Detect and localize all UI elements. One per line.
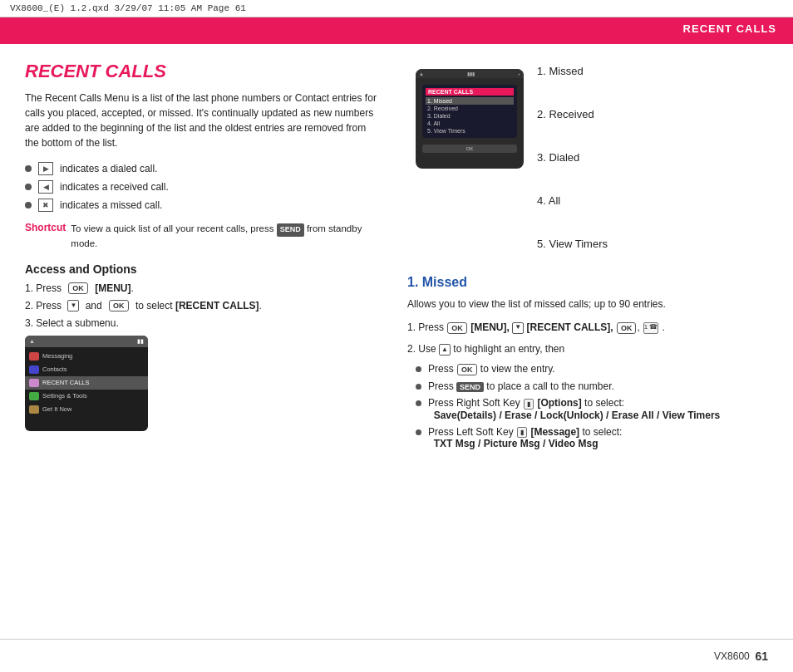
dialed-icon: ▶ [38, 162, 53, 175]
bullet-received: ◀ indicates a received call. [25, 180, 382, 194]
phone-screen: RECENT CALLS 1. Missed 2. Received 3. Di… [422, 85, 517, 138]
bullet-dot-r2 [416, 384, 421, 390]
menu-screen-content: Messaging Contacts RECENT CALLS Settings… [25, 347, 148, 419]
top-bar: VX8600_(E) 1.2.qxd 3/29/07 11:05 AM Page… [0, 0, 793, 17]
footer: VX8600 61 [0, 639, 793, 672]
menu-row-contacts: Contacts [25, 363, 148, 376]
menu-row-getitnow: Get It Now [25, 403, 148, 416]
list-item-5: 5. View Timers [537, 233, 608, 255]
access-title: Access and Options [25, 262, 382, 276]
sub-bullet-1: Press OK to view the entry. [407, 363, 756, 375]
ok-key-r2: OK [617, 322, 637, 334]
send-key-b2: SEND [456, 382, 484, 392]
missed-icon: ✖ [38, 199, 53, 212]
step-2: 2. Press ▼ and OK to select [RECENT CALL… [25, 300, 382, 311]
sub-bullet-3: Press Right Soft Key ▮ [Options] to sele… [407, 397, 756, 420]
menu-row-messaging: Messaging [25, 350, 148, 363]
phone-and-list: ▲ ▮▮▮ + RECENT CALLS 1. Missed 2. Receiv… [407, 61, 756, 267]
phone-image: ▲ ▮▮▮ + RECENT CALLS 1. Missed 2. Receiv… [416, 69, 524, 169]
bullet-dialed: ▶ indicates a dialed call. [25, 162, 382, 175]
missed-title: 1. Missed [407, 275, 756, 290]
ok-key-2: OK [109, 300, 129, 311]
bullet-missed-text: indicates a missed call. [60, 199, 162, 211]
list-item-2: 2. Received [537, 104, 608, 125]
bullet-dot-r3 [416, 400, 421, 406]
bullet-missed: ✖ indicates a missed call. [25, 199, 382, 212]
file-label: VX8600_(E) 1.2.qxd 3/29/07 11:05 AM Page… [10, 3, 246, 13]
bullet-dot-2 [25, 184, 32, 190]
contacts-icon [29, 365, 39, 374]
right-step-1: 1. Press OK [MENU], ▼ [RECENT CALLS], OK… [407, 320, 756, 336]
messaging-icon [29, 352, 39, 361]
phone-screen-item-5: 5. View Timers [426, 127, 514, 135]
list-item-1: 1. Missed [537, 61, 608, 82]
nav-down-key: ▼ [67, 300, 79, 311]
left-column: RECENT CALLS The Recent Calls Menu is a … [25, 61, 382, 600]
ok-key-b1: OK [457, 364, 477, 375]
bullet-dot [25, 165, 32, 172]
right-column: ▲ ▮▮▮ + RECENT CALLS 1. Missed 2. Receiv… [407, 61, 756, 600]
menu-header-bar: ▲ ▮▮ [25, 336, 148, 347]
main-content: RECENT CALLS The Recent Calls Menu is a … [0, 44, 793, 616]
list-item-3: 3. Dialed [537, 147, 608, 169]
phone-screen-item-1: 1. Missed [426, 97, 514, 105]
soft-key-options: ▮ [524, 399, 534, 410]
sub-bullet-4: Press Left Soft Key ▮ [Message] to selec… [407, 426, 756, 449]
right-step-2: 2. Use ▲ to highlight an entry, then [407, 341, 756, 357]
menu-row-recent: RECENT CALLS [25, 376, 148, 390]
right-menu-list: 1. Missed 2. Received 3. Dialed 4. All 5… [537, 61, 608, 255]
shortcut-block: Shortcut To view a quick list of all you… [25, 222, 382, 251]
received-icon: ◀ [38, 180, 53, 194]
menu-screenshot: ▲ ▮▮ Messaging Contacts RECENT CALLS [25, 336, 148, 431]
bullet-dot-r1 [416, 366, 421, 372]
section-title: RECENT CALLS [25, 61, 382, 82]
nav-key-r1: ▼ [512, 322, 524, 334]
ok-key-1: OK [68, 282, 88, 294]
soft-key-message: ▮ [517, 427, 527, 438]
list-item-4: 4. All [537, 190, 608, 212]
nav-key-r2: ▲ [439, 344, 451, 356]
bullet-dot-3 [25, 202, 32, 208]
ok-key-r1: OK [447, 322, 467, 334]
getitnow-icon [29, 405, 39, 414]
step-3: 3. Select a submenu. [25, 317, 382, 329]
shortcut-label: Shortcut [25, 222, 66, 251]
settings-icon [29, 392, 39, 400]
intro-text: The Recent Calls Menu is a list of the l… [25, 91, 382, 150]
header-title: RECENT CALLS [683, 22, 776, 35]
menu-row-settings: Settings & Tools [25, 390, 148, 403]
phone-ok-btn: OK [422, 145, 517, 153]
recent-icon [29, 379, 39, 387]
page-header: RECENT CALLS [0, 17, 793, 40]
one-key: 1 ☎ [643, 322, 658, 334]
page-number: 61 [755, 650, 768, 663]
bullet-dot-r4 [416, 429, 421, 435]
step-1: 1. Press OK [MENU]. [25, 282, 382, 294]
bullet-received-text: indicates a received call. [60, 181, 169, 193]
send-key-shortcut: SEND [277, 223, 304, 237]
phone-screen-item-3: 3. Dialed [426, 112, 514, 120]
phone-screen-item-4: 4. All [426, 120, 514, 127]
shortcut-text: To view a quick list of all your recent … [71, 222, 382, 251]
brand-name: VX8600 [714, 650, 750, 662]
phone-screen-item-2: 2. Received [426, 105, 514, 112]
sub-bullet-2: Press SEND to place a call to the number… [407, 380, 756, 392]
missed-desc: Allows you to view the list of missed ca… [407, 297, 756, 311]
phone-screen-title: RECENT CALLS [426, 88, 514, 96]
bullet-dialed-text: indicates a dialed call. [60, 163, 157, 174]
